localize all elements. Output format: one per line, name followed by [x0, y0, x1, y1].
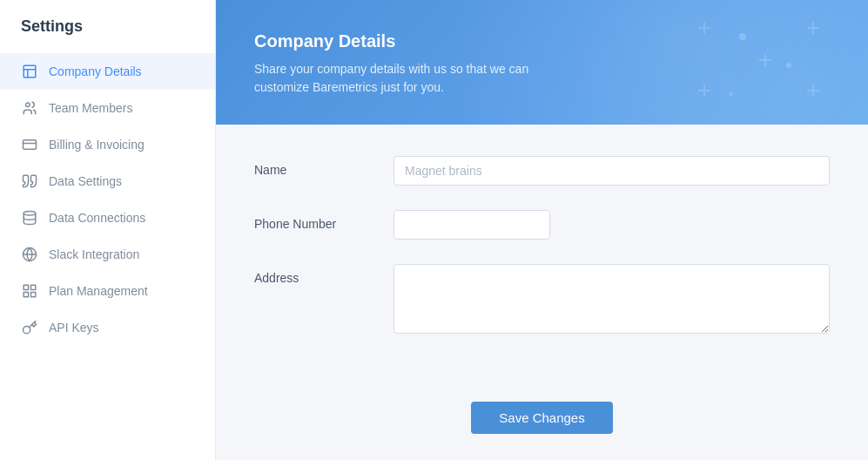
sidebar-item-slack-integration[interactable]: Slack Integration	[0, 236, 215, 273]
save-changes-button[interactable]: Save Changes	[471, 402, 612, 434]
hero-decorations: + + + + +	[607, 0, 868, 125]
globe-icon	[21, 246, 38, 263]
app-title: Settings	[0, 17, 215, 53]
sidebar-label-data-settings: Data Settings	[49, 174, 122, 188]
phone-row: Phone Number	[254, 210, 830, 240]
svg-rect-0	[24, 65, 36, 78]
sidebar-label-data-connections: Data Connections	[49, 211, 145, 225]
people-icon	[21, 99, 38, 117]
svg-rect-10	[31, 293, 36, 297]
cylinder-icon	[21, 209, 38, 227]
address-field	[394, 264, 830, 337]
sidebar-label-slack-integration: Slack Integration	[49, 247, 139, 261]
deco-plus-2: +	[758, 48, 772, 72]
sidebar-item-api-keys[interactable]: API Keys	[0, 309, 215, 346]
deco-dot-3	[729, 91, 733, 96]
sidebar-label-team-members: Team Members	[49, 101, 132, 115]
name-row: Name	[254, 156, 830, 186]
hero-banner: + + + + + Company Details Share your com…	[216, 0, 868, 125]
deco-plus-5: +	[697, 78, 711, 103]
sidebar-label-api-keys: API Keys	[49, 321, 99, 335]
sidebar-label-company-details: Company Details	[49, 64, 142, 78]
sidebar-label-billing-invoicing: Billing & Invoicing	[49, 138, 145, 152]
sidebar-item-billing-invoicing[interactable]: Billing & Invoicing	[0, 126, 215, 163]
svg-point-1	[26, 103, 30, 107]
phone-field	[394, 210, 830, 240]
name-input[interactable]	[394, 156, 830, 186]
sidebar-item-plan-management[interactable]: Plan Management	[0, 273, 215, 309]
address-textarea[interactable]	[394, 264, 830, 334]
sidebar-item-team-members[interactable]: Team Members	[0, 90, 215, 126]
phone-label: Phone Number	[254, 210, 394, 231]
address-row: Address	[254, 264, 830, 337]
form-area: Name Phone Number Address	[216, 125, 868, 393]
building-icon	[21, 63, 38, 80]
deco-dot-2	[786, 63, 791, 68]
card-icon	[21, 136, 38, 153]
grid-icon	[21, 282, 38, 300]
svg-rect-2	[24, 140, 37, 150]
key-icon	[21, 319, 38, 336]
sidebar-label-plan-management: Plan Management	[49, 284, 148, 298]
svg-rect-9	[24, 293, 28, 297]
name-field	[394, 156, 830, 186]
svg-point-4	[24, 212, 36, 216]
name-label: Name	[254, 156, 394, 177]
quote-icon	[21, 172, 38, 190]
deco-plus-3: +	[806, 78, 820, 103]
sidebar-item-data-connections[interactable]: Data Connections	[0, 200, 215, 236]
hero-title: Company Details	[254, 31, 830, 51]
address-label: Address	[254, 264, 394, 285]
main-content: + + + + + Company Details Share your com…	[216, 0, 868, 460]
sidebar-item-company-details[interactable]: Company Details	[0, 53, 215, 90]
save-btn-row: Save Changes	[216, 393, 868, 460]
phone-input[interactable]	[394, 210, 550, 240]
sidebar: Settings Company Details Team Members	[0, 0, 216, 460]
svg-rect-8	[31, 285, 36, 289]
svg-rect-7	[24, 285, 28, 289]
sidebar-item-data-settings[interactable]: Data Settings	[0, 163, 215, 200]
hero-subtitle: Share your company details with us so th…	[254, 60, 568, 97]
